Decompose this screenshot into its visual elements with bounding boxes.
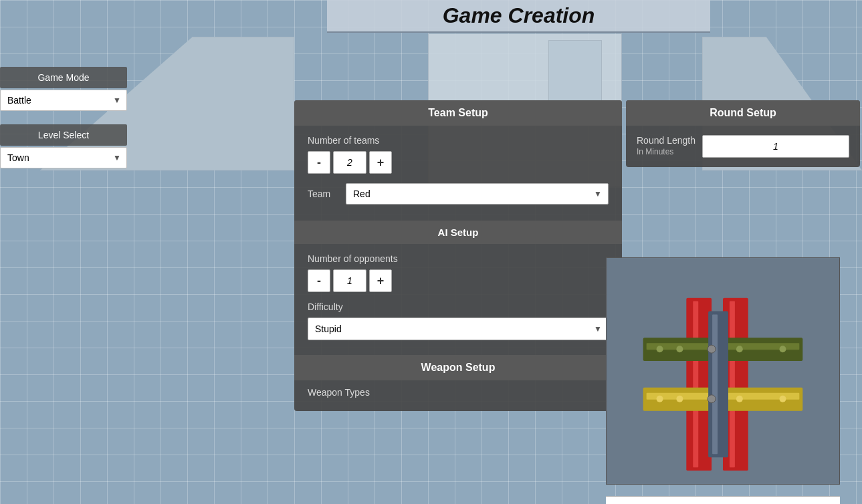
num-teams-input[interactable]: [333, 151, 366, 174]
difficulty-select[interactable]: Stupid Easy Medium Hard: [308, 318, 609, 340]
num-opponents-input[interactable]: [333, 269, 366, 292]
ai-setup-header: AI Setup: [294, 221, 622, 244]
in-minutes-label: In Minutes: [637, 147, 695, 156]
difficulty-label: Difficulty: [308, 301, 609, 312]
weapon-preview-scrollbar[interactable]: [606, 496, 840, 504]
team-select[interactable]: Red Blue Green Yellow: [346, 183, 609, 205]
svg-rect-2: [693, 301, 698, 468]
round-setup-header: Round Setup: [626, 100, 860, 126]
svg-point-19: [708, 345, 716, 353]
svg-point-7: [657, 346, 663, 352]
weapon-setup-content: Weapon Types: [294, 380, 622, 404]
round-setup-content: Round Length In Minutes: [626, 126, 860, 167]
svg-rect-17: [708, 311, 728, 458]
game-mode-select[interactable]: Battle Deathmatch Team Battle: [1, 90, 126, 110]
weapon-preview-panel: [606, 257, 840, 485]
num-opponents-minus-button[interactable]: -: [308, 269, 330, 292]
svg-point-10: [780, 346, 786, 352]
svg-point-15: [736, 396, 743, 402]
main-panel: Team Setup Number of teams - + Team Red …: [294, 100, 622, 411]
team-label: Team: [308, 188, 338, 199]
num-teams-counter: - +: [308, 151, 609, 174]
svg-rect-18: [712, 315, 718, 455]
weapon-types-label: Weapon Types: [308, 387, 609, 398]
team-setup-content: Number of teams - + Team Red Blue Green …: [294, 126, 622, 221]
num-opponents-plus-button[interactable]: +: [369, 269, 392, 292]
weapon-preview-svg: [607, 258, 839, 484]
left-panel: Game Mode Battle Deathmatch Team Battle …: [0, 67, 127, 182]
svg-point-9: [736, 346, 743, 352]
svg-point-8: [676, 346, 683, 352]
svg-point-16: [780, 396, 786, 402]
team-row: Team Red Blue Green Yellow ▼: [308, 183, 609, 205]
round-length-label: Round Length: [637, 135, 695, 146]
game-mode-label: Game Mode: [0, 67, 127, 88]
svg-point-13: [657, 396, 663, 402]
round-length-input[interactable]: [702, 135, 849, 158]
game-mode-dropdown-wrap[interactable]: Battle Deathmatch Team Battle ▼: [0, 90, 127, 111]
weapon-preview-inner: [607, 258, 839, 484]
num-teams-label: Number of teams: [308, 135, 609, 146]
level-select-label: Level Select: [0, 124, 127, 146]
weapon-setup-header: Weapon Setup: [294, 355, 622, 380]
svg-rect-4: [730, 301, 735, 468]
ai-setup-content: Number of opponents - + Difficulty Stupi…: [294, 244, 622, 355]
num-opponents-counter: - +: [308, 269, 609, 292]
title-bar: Game Creation: [327, 0, 710, 33]
team-setup-header: Team Setup: [294, 100, 622, 126]
team-dropdown-wrap[interactable]: Red Blue Green Yellow ▼: [346, 183, 609, 205]
difficulty-dropdown-wrap[interactable]: Stupid Easy Medium Hard ▼: [308, 318, 609, 340]
num-teams-plus-button[interactable]: +: [369, 151, 392, 174]
svg-point-20: [708, 395, 716, 403]
page-title: Game Creation: [443, 3, 595, 28]
num-teams-minus-button[interactable]: -: [308, 151, 330, 174]
svg-rect-1: [686, 298, 712, 471]
round-setup-panel: Round Setup Round Length In Minutes: [626, 100, 860, 167]
level-select-dropdown-wrap[interactable]: Town Forest Desert City ▼: [0, 147, 127, 168]
round-length-labels: Round Length In Minutes: [637, 135, 695, 156]
level-select-select[interactable]: Town Forest Desert City: [1, 148, 126, 168]
num-opponents-label: Number of opponents: [308, 253, 609, 264]
svg-point-14: [676, 396, 683, 402]
